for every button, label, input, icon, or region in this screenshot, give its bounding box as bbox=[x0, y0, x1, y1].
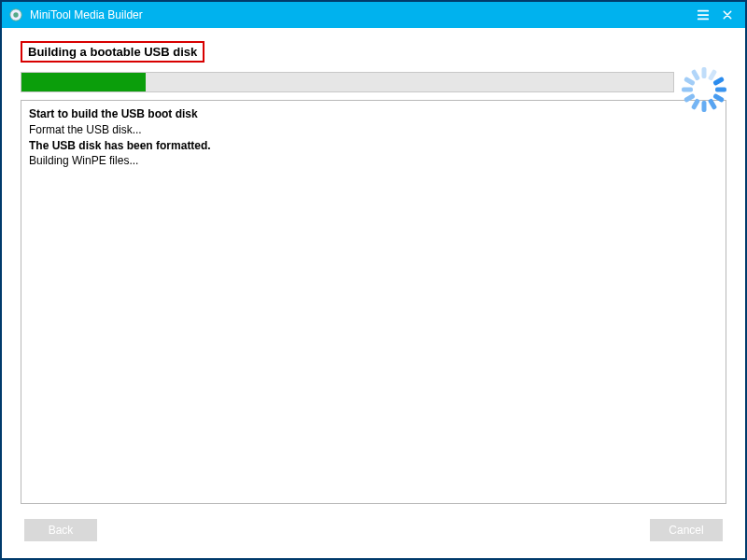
menu-button[interactable] bbox=[691, 3, 715, 27]
close-button[interactable] bbox=[715, 3, 740, 27]
header-row: Building a bootable USB disk bbox=[21, 41, 726, 63]
log-line: Start to build the USB boot disk bbox=[29, 106, 718, 122]
progress-bar bbox=[21, 72, 674, 92]
log-line: Format the USB disk... bbox=[29, 122, 718, 138]
app-icon bbox=[7, 7, 24, 23]
log-line: The USB disk has been formatted. bbox=[29, 138, 718, 154]
titlebar: MiniTool Media Builder bbox=[2, 2, 745, 28]
status-label-box: Building a bootable USB disk bbox=[21, 41, 204, 63]
back-button[interactable]: Back bbox=[24, 519, 97, 541]
cancel-button[interactable]: Cancel bbox=[650, 519, 723, 541]
status-label: Building a bootable USB disk bbox=[28, 45, 197, 59]
progress-fill bbox=[21, 73, 146, 91]
footer: Back Cancel bbox=[21, 511, 726, 549]
log-line: Building WinPE files... bbox=[29, 153, 718, 169]
app-window: MiniTool Media Builder Building a bootab… bbox=[0, 0, 747, 560]
app-title: MiniTool Media Builder bbox=[30, 8, 691, 21]
svg-point-1 bbox=[13, 12, 18, 17]
content-area: Building a bootable USB disk Start to bu… bbox=[2, 28, 745, 558]
spinner-icon bbox=[682, 67, 726, 112]
log-panel: Start to build the USB boot diskFormat t… bbox=[21, 100, 726, 504]
